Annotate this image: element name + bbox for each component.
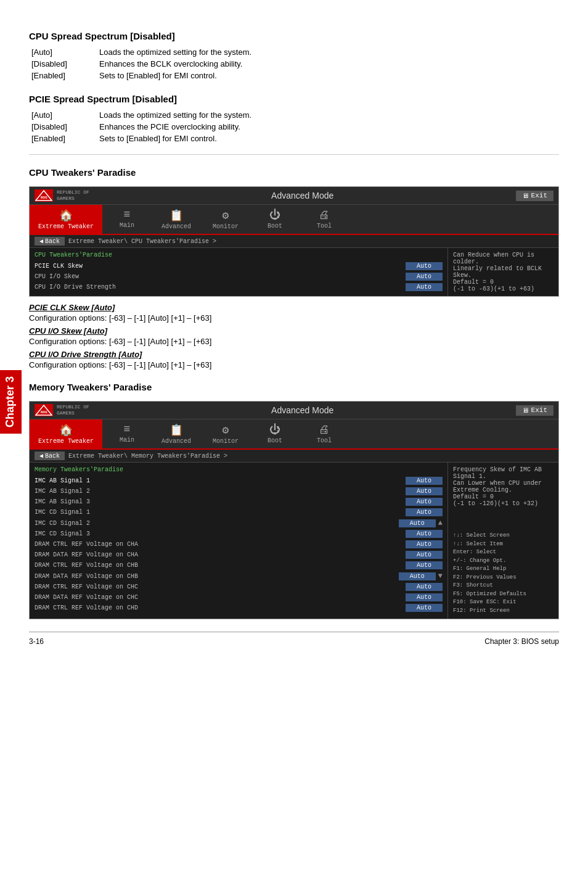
help-text-top: Frequency Skew of IMC AB Signal 1. Can L…: [453, 466, 553, 507]
nav-item-advanced-2[interactable]: 📋 Advanced: [152, 419, 201, 448]
option-label: [Auto]: [29, 109, 97, 121]
bios-row-imc-ab3[interactable]: IMC AB Signal 3 Auto: [35, 497, 443, 507]
bios-nav: 🏠 Extreme Tweaker ≡ Main 📋 Advanced ⚙ Mo…: [30, 205, 558, 235]
nav-item-tool-2[interactable]: 🖨 Tool: [300, 419, 349, 448]
bios-row-dram-ctrl-cha[interactable]: DRAM CTRL REF Voltage on CHA Auto: [35, 539, 443, 550]
row-value: Auto: [406, 604, 443, 612]
monitor-icon: 🖥: [522, 192, 529, 200]
cpu-settings-list: PCIE CLK Skew [Auto] Configuration optio…: [29, 303, 559, 369]
bios-left-panel: CPU Tweakers'Paradise PCIE CLK Skew Auto…: [30, 248, 447, 296]
bios-logo-text-2: REPUBLIC OFGAMERS: [57, 404, 89, 416]
nav-item-boot-2[interactable]: ⏻ Boot: [250, 419, 300, 448]
chapter-sidebar: Chapter 3: [0, 370, 22, 434]
row-value: Auto: [406, 477, 443, 485]
nav-label: Extreme Tweaker: [38, 223, 94, 230]
row-label: PCIE CLK Skew: [35, 263, 406, 270]
row-value: Auto: [406, 283, 443, 291]
cpu-io-drive-label: CPU I/O Drive Strength [Auto]: [29, 350, 559, 359]
row-value: Auto: [406, 530, 443, 538]
row-label: IMC AB Signal 1: [35, 477, 406, 484]
nav-item-main-2[interactable]: ≡ Main: [102, 419, 152, 448]
help-text-bottom: ↑↓: Select Screen ↑↓: Select Item Enter:…: [453, 532, 553, 615]
bios-row-pcie-clk[interactable]: PCIE CLK Skew Auto: [35, 261, 443, 271]
nav-label-2: Monitor: [213, 438, 239, 445]
bios-row-imc-ab2[interactable]: IMC AB Signal 2 Auto: [35, 486, 443, 497]
nav-label: Advanced: [161, 223, 191, 230]
extreme-tweaker-icon: 🏠: [59, 208, 73, 222]
page-number: 3-16: [29, 637, 44, 646]
row-value: Auto: [406, 508, 443, 516]
main-icon-2: ≡: [124, 423, 131, 435]
row-value: Auto: [406, 561, 443, 569]
row-value: Auto: [406, 262, 443, 270]
boot-icon: ⏻: [269, 208, 280, 221]
row-value: Auto: [406, 498, 443, 506]
bios-row-imc-cd1[interactable]: IMC CD Signal 1 Auto: [35, 507, 443, 518]
nav-item-extreme-tweaker[interactable]: 🏠 Extreme Tweaker: [30, 205, 102, 234]
option-desc: Sets to [Enabled] for EMI control.: [97, 70, 559, 81]
table-row: [Enabled] Sets to [Enabled] for EMI cont…: [29, 70, 559, 81]
option-label: [Auto]: [29, 46, 97, 58]
back-arrow-icon-2: ◀: [39, 452, 43, 460]
bios-logo-text: REPUBLIC OFGAMERS: [57, 189, 89, 201]
nav-label-2: Tool: [317, 437, 332, 444]
bios-row-dram-ctrl-chc[interactable]: DRAM CTRL REF Voltage on CHC Auto: [35, 582, 443, 592]
nav-item-boot[interactable]: ⏻ Boot: [250, 205, 300, 234]
option-label: [Disabled]: [29, 58, 97, 70]
nav-label: Boot: [267, 223, 282, 229]
nav-label-2: Main: [120, 437, 134, 444]
bios-breadcrumb: ◀ Back Extreme Tweaker\ CPU Tweakers'Par…: [30, 235, 558, 248]
back-button-2[interactable]: ◀ Back: [35, 452, 65, 460]
row-label: DRAM CTRL REF Voltage on CHC: [35, 584, 406, 590]
bios-row-imc-cd3[interactable]: IMC CD Signal 3 Auto: [35, 529, 443, 539]
bios-row-dram-ctrl-chd[interactable]: DRAM CTRL REF Voltage on CHD Auto: [35, 603, 443, 613]
bios-row-dram-ctrl-chb[interactable]: DRAM CTRL REF Voltage on CHB Auto: [35, 560, 443, 571]
monitor-nav-icon-2: ⚙: [223, 423, 229, 437]
help-text: Can Reduce when CPU is colder. Linearly …: [453, 252, 553, 292]
bios-row-dram-data-chc[interactable]: DRAM DATA REF Voltage on CHC Auto: [35, 592, 443, 603]
bios-row-cpu-io-drive[interactable]: CPU I/O Drive Strength Auto: [35, 282, 443, 292]
row-label: DRAM DATA REF Voltage on CHC: [35, 594, 406, 601]
cpu-tweakers-heading: CPU Tweakers' Paradise: [29, 167, 559, 178]
cpu-spread-section: CPU Spread Spectrum [Disabled] [Auto] Lo…: [29, 31, 559, 81]
row-value: Auto: [406, 593, 443, 601]
nav-label-2: Advanced: [161, 438, 191, 445]
nav-item-tool[interactable]: 🖨 Tool: [300, 205, 349, 234]
bios-mode-title-2: Advanced Mode: [271, 405, 333, 415]
nav-item-main[interactable]: ≡ Main: [102, 205, 152, 234]
bios-row-imc-ab1[interactable]: IMC AB Signal 1 Auto: [35, 476, 443, 486]
scroll-up-icon: ▲: [438, 519, 443, 527]
bios-screenshot-cpu: ROG REPUBLIC OFGAMERS Advanced Mode 🖥 Ex…: [29, 186, 559, 297]
bios-exit-button-2[interactable]: 🖥 Exit: [516, 405, 553, 416]
svg-text:ROG: ROG: [41, 410, 47, 415]
bios-right-panel: Can Reduce when CPU is colder. Linearly …: [447, 248, 558, 296]
row-label: IMC AB Signal 2: [35, 488, 406, 495]
memory-tweakers-heading: Memory Tweakers' Paradise: [29, 382, 559, 392]
row-label: DRAM CTRL REF Voltage on CHD: [35, 604, 406, 611]
row-label: DRAM CTRL REF Voltage on CHA: [35, 541, 406, 548]
row-label: CPU I/O Drive Strength: [35, 284, 406, 291]
cpu-spread-heading: CPU Spread Spectrum [Disabled]: [29, 31, 559, 41]
nav-item-advanced[interactable]: 📋 Advanced: [152, 205, 201, 234]
boot-icon-2: ⏻: [269, 423, 280, 436]
monitor-icon-2: 🖥: [522, 406, 529, 415]
option-desc: Loads the optimized setting for the syst…: [97, 109, 559, 121]
cpu-spread-table: [Auto] Loads the optimized setting for t…: [29, 46, 559, 81]
bios-row-imc-cd2[interactable]: IMC CD Signal 2 Auto ▲: [35, 518, 443, 529]
row-value: Auto: [406, 551, 443, 559]
bios-row-dram-data-cha[interactable]: DRAM DATA REF Voltage on CHA Auto: [35, 550, 443, 560]
row-value: Auto: [406, 273, 443, 281]
option-desc: Enhances the BCLK overclocking ability.: [97, 58, 559, 70]
chapter-label: Chapter 3: BIOS setup: [484, 637, 559, 646]
row-label: DRAM DATA REF Voltage on CHB: [35, 573, 399, 580]
nav-item-monitor-2[interactable]: ⚙ Monitor: [201, 419, 250, 448]
bios-row-cpu-io-skew[interactable]: CPU I/O Skew Auto: [35, 271, 443, 282]
back-button[interactable]: ◀ Back: [35, 237, 65, 245]
nav-item-extreme-tweaker-2[interactable]: 🏠 Extreme Tweaker: [30, 419, 102, 448]
bios-exit-button[interactable]: 🖥 Exit: [516, 191, 553, 201]
nav-item-monitor[interactable]: ⚙ Monitor: [201, 205, 250, 234]
extreme-tweaker-icon-2: 🏠: [59, 423, 73, 437]
bios-row-dram-data-chb[interactable]: DRAM DATA REF Voltage on CHB Auto ▼: [35, 571, 443, 582]
row-label: IMC CD Signal 3: [35, 530, 406, 537]
main-icon: ≡: [124, 208, 131, 221]
